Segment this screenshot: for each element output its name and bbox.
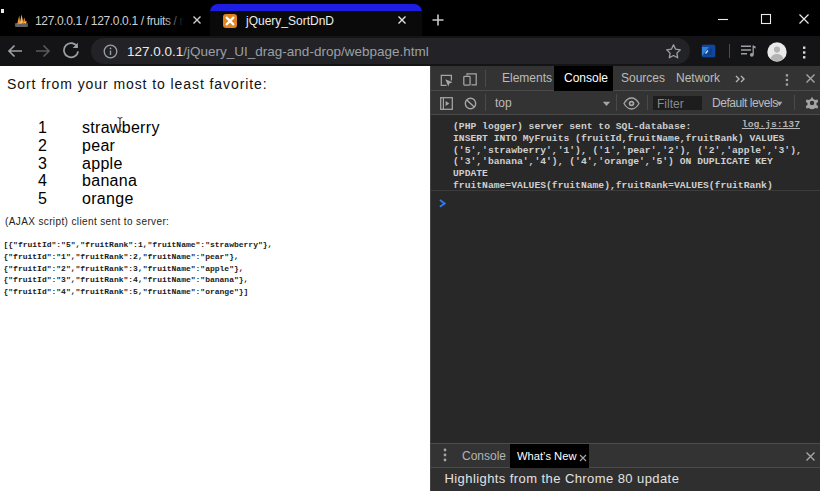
svg-text:phpMA: phpMA	[15, 22, 28, 27]
